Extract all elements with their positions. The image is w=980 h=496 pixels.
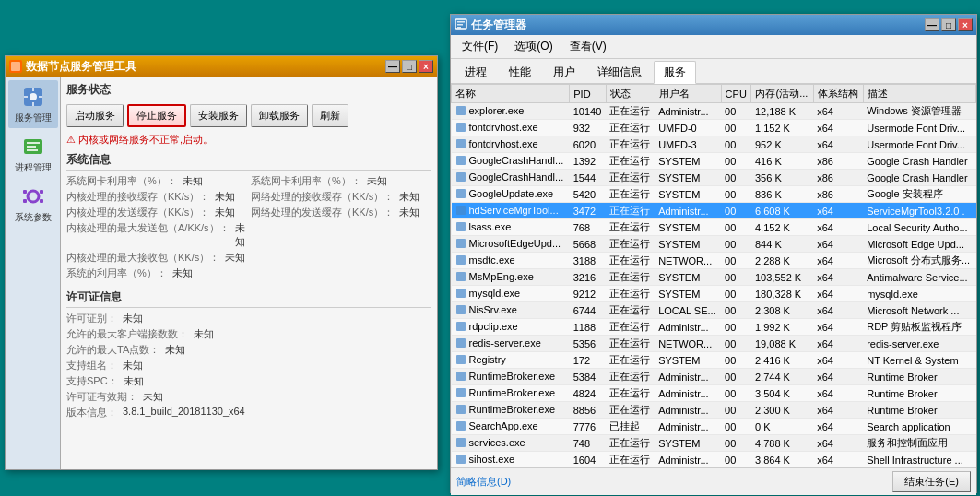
table-row[interactable]: NisSrv.exe 6744正在运行LOCAL SE...002,308 Kx… xyxy=(452,302,976,319)
table-row[interactable]: GoogleCrashHandl... 1392正在运行SYSTEM00416 … xyxy=(452,153,976,170)
footer-summary[interactable]: 简略信息(D) xyxy=(456,475,511,489)
close-btn-left[interactable]: × xyxy=(419,60,433,73)
settings-icon xyxy=(20,183,46,209)
table-row[interactable]: sihost.exe 1604正在运行Administr...003,864 K… xyxy=(452,452,976,468)
stop-service-btn[interactable]: 停止服务 xyxy=(127,104,186,127)
table-row[interactable]: fontdrvhost.exe 6020正在运行UMFD-300952 Kx64… xyxy=(452,136,976,153)
process-table-container[interactable]: 名称PID状态用户名CPU内存(活动...体系结构描述 explorer.exe… xyxy=(451,84,976,467)
column-header[interactable]: PID xyxy=(570,85,606,103)
svg-rect-34 xyxy=(456,305,466,314)
process-cell: 103,552 K xyxy=(751,269,813,286)
process-cell: x64 xyxy=(813,253,863,269)
process-cell: SYSTEM xyxy=(655,219,721,236)
process-name: SearchApp.exe xyxy=(452,419,570,435)
end-task-btn[interactable]: 结束任务(E) xyxy=(892,471,971,492)
sidebar-item-process[interactable]: 进程管理 xyxy=(8,130,58,178)
menu-item[interactable]: 查看(V) xyxy=(562,37,614,56)
cert-row-value: 未知 xyxy=(194,327,214,341)
sys-info-section: 系统信息 系统网卡利用率（%）： 未知 内核处理的接收缓存（KK/s）： 未知 … xyxy=(66,152,431,282)
process-cell: 2,308 K xyxy=(751,302,813,319)
process-icon-small xyxy=(455,221,466,232)
process-cell: SYSTEM xyxy=(655,236,721,253)
maximize-btn-right[interactable]: □ xyxy=(941,18,956,31)
tab-item[interactable]: 详细信息 xyxy=(587,61,652,83)
info-val-r2: 未知 xyxy=(399,206,419,219)
cert-row-label: 许可证别： xyxy=(66,312,117,325)
svg-rect-43 xyxy=(456,455,466,464)
svg-rect-25 xyxy=(456,156,466,165)
table-row[interactable]: lsass.exe 768正在运行SYSTEM004,152 Kx64Local… xyxy=(452,219,976,236)
install-service-btn[interactable]: 安装服务 xyxy=(190,104,247,127)
refresh-btn[interactable]: 刷新 xyxy=(312,104,348,127)
table-row[interactable]: RuntimeBroker.exe 4824正在运行Administr...00… xyxy=(452,385,976,402)
process-name: RuntimeBroker.exe xyxy=(452,369,570,385)
process-cell: 1188 xyxy=(570,319,606,336)
process-cell: x64 xyxy=(813,302,863,319)
process-cell: 5668 xyxy=(570,236,606,253)
service-tool-titlebar[interactable]: 数据节点服务管理工具 — □ × xyxy=(6,56,437,77)
process-name: GoogleCrashHandl... xyxy=(452,153,570,170)
minimize-btn-right[interactable]: — xyxy=(925,18,939,31)
sidebar-item-system[interactable]: 系统参数 xyxy=(8,180,58,228)
maximize-btn-left[interactable]: □ xyxy=(402,60,417,73)
sidebar-item-service[interactable]: 服务管理 xyxy=(8,80,58,128)
process-cell: x64 xyxy=(813,352,863,369)
table-row[interactable]: Registry 172正在运行SYSTEM002,416 Kx64NT Ker… xyxy=(452,352,976,369)
table-row[interactable]: GoogleCrashHandl... 1544正在运行SYSTEM00356 … xyxy=(452,170,976,186)
table-row[interactable]: fontdrvhost.exe 932正在运行UMFD-0001,152 Kx6… xyxy=(452,120,976,136)
tab-item[interactable]: 服务 xyxy=(654,61,696,84)
task-manager-titlebar[interactable]: 任务管理器 — □ × xyxy=(451,15,976,35)
task-manager-window: 任务管理器 — □ × 文件(F)选项(O)查看(V) 进程性能用户详细信息服务… xyxy=(450,14,977,493)
column-header[interactable]: 描述 xyxy=(863,85,975,103)
process-cell: x86 xyxy=(813,153,863,170)
column-header[interactable]: CPU xyxy=(721,85,751,103)
sys-info-left: 系统网卡利用率（%）： 未知 内核处理的接收缓存（KK/s）： 未知 内核处理的… xyxy=(66,174,247,282)
table-row[interactable]: msdtc.exe 3188正在运行NETWOR...002,288 Kx64M… xyxy=(452,253,976,269)
tab-item[interactable]: 进程 xyxy=(455,61,497,83)
menu-item[interactable]: 文件(F) xyxy=(455,37,505,56)
table-row[interactable]: RuntimeBroker.exe 5384正在运行Administr...00… xyxy=(452,369,976,385)
process-cell: 1392 xyxy=(570,153,606,170)
process-cell: 3188 xyxy=(570,253,606,269)
table-row[interactable]: hdServiceMgrTool... 3472正在运行Administr...… xyxy=(452,203,976,219)
menu-item[interactable]: 选项(O) xyxy=(507,37,560,56)
tab-item[interactable]: 用户 xyxy=(543,61,585,83)
column-header[interactable]: 内存(活动... xyxy=(751,85,813,103)
column-header[interactable]: 体系结构 xyxy=(813,85,863,103)
process-name: fontdrvhost.exe xyxy=(452,136,570,153)
table-row[interactable]: MicrosoftEdgeUpd... 5668正在运行SYSTEM00844 … xyxy=(452,236,976,253)
table-row[interactable]: redis-server.exe 5356正在运行NETWOR...0019,0… xyxy=(452,336,976,352)
table-row[interactable]: GoogleUpdate.exe 5420正在运行SYSTEM00836 Kx8… xyxy=(452,186,976,203)
uninstall-service-btn[interactable]: 卸载服务 xyxy=(251,104,308,127)
table-row[interactable]: RuntimeBroker.exe 8856正在运行Administr...00… xyxy=(452,402,976,419)
table-row[interactable]: rdpclip.exe 1188正在运行Administr...001,992 … xyxy=(452,319,976,336)
process-cell: Administr... xyxy=(655,419,721,435)
titlebar-controls-right[interactable]: — □ × xyxy=(925,18,973,31)
tab-item[interactable]: 性能 xyxy=(499,61,541,83)
column-header[interactable]: 状态 xyxy=(606,85,655,103)
cert-row: 许可证有效期：未知 xyxy=(66,390,431,404)
process-cell: Administr... xyxy=(655,203,721,219)
process-cell: 172 xyxy=(570,352,606,369)
close-btn-right[interactable]: × xyxy=(958,18,973,31)
sidebar: 服务管理 进程管理 xyxy=(6,77,61,469)
process-cell: 3,864 K xyxy=(751,452,813,468)
process-cell: Administr... xyxy=(655,452,721,468)
table-row[interactable]: services.exe 748正在运行SYSTEM004,788 Kx64服务… xyxy=(452,435,976,452)
sidebar-system-label: 系统参数 xyxy=(15,211,52,224)
process-cell: 4,788 K xyxy=(751,435,813,452)
table-row[interactable]: MsMpEng.exe 3216正在运行SYSTEM00103,552 Kx64… xyxy=(452,269,976,286)
column-header[interactable]: 用户名 xyxy=(655,85,721,103)
cert-row-value: 未知 xyxy=(123,312,143,325)
process-cell: 正在运行 xyxy=(606,402,655,419)
table-row[interactable]: explorer.exe 10140正在运行Administr...0012,1… xyxy=(452,103,976,120)
process-icon-small xyxy=(455,387,466,398)
table-row[interactable]: mysqld.exe 9212正在运行SYSTEM00180,328 Kx64m… xyxy=(452,286,976,302)
tab-bar: 进程性能用户详细信息服务 xyxy=(451,59,976,84)
table-row[interactable]: SearchApp.exe 7776已挂起Administr...000 Kx6… xyxy=(452,419,976,435)
titlebar-controls-left[interactable]: — □ × xyxy=(385,60,433,73)
start-service-btn[interactable]: 启动服务 xyxy=(66,104,124,127)
column-header[interactable]: 名称 xyxy=(452,85,570,103)
info-label-5: 系统的利用率（%）： xyxy=(66,266,167,280)
minimize-btn-left[interactable]: — xyxy=(385,60,400,73)
